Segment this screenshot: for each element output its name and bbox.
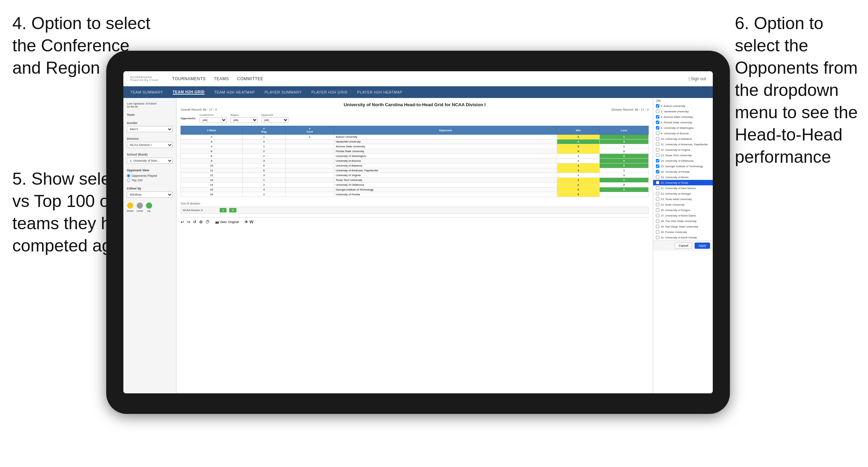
gender-select[interactable]: Men's <box>127 126 173 132</box>
conference-filter-select[interactable]: (All) <box>199 117 227 123</box>
dropdown-checkbox[interactable] <box>656 208 659 212</box>
dropdown-item[interactable]: 10. University of Alabama <box>653 136 713 142</box>
dropdown-item[interactable]: 3. Vanderbilt University <box>653 109 713 114</box>
dropdown-checkbox[interactable] <box>656 192 659 195</box>
tab-team-h2h-heatmap[interactable]: TEAM H2H HEATMAP <box>214 90 255 94</box>
dropdown-item[interactable]: 21. University of New Mexico <box>653 185 713 191</box>
dropdown-item[interactable]: 6. Florida State University <box>653 120 713 125</box>
conference-filter-label: Conference <box>199 113 227 116</box>
toolbar-redo[interactable]: ↪ <box>187 220 190 224</box>
toolbar-eye[interactable]: 👁 W <box>244 220 254 224</box>
dropdown-item[interactable]: 8. University of Washington <box>653 125 713 131</box>
opponent-name-cell: Arizona State University <box>334 144 557 149</box>
toolbar-settings[interactable]: ⚙ <box>199 220 203 224</box>
opponent-name-cell: University of Oklahoma <box>334 183 557 187</box>
dropdown-item[interactable]: 29. San Diego State University <box>653 224 713 229</box>
table-row: 2 1 1 Auburn University 2 1 <box>181 135 649 139</box>
conference-filter: Conference (All) <box>199 113 227 123</box>
dropdown-checkbox[interactable] <box>656 159 659 162</box>
dropdown-item[interactable]: 28. The Ohio State University <box>653 218 713 224</box>
radio-opponents-played[interactable]: Opponents Played <box>127 174 173 177</box>
toolbar-clock[interactable]: ⏱ <box>206 220 210 224</box>
opponent-view-section: Opponent View Opponents Played Top 100 <box>127 169 173 182</box>
dropdown-checkbox[interactable] <box>656 181 659 184</box>
grid-header: University of North Carolina Head-to-Hea… <box>181 102 649 111</box>
dropdown-checkbox[interactable] <box>656 236 659 239</box>
out-of-division-title: Out of division <box>181 202 649 205</box>
dropdown-item[interactable]: 15. Georgia Institute of Technology <box>653 163 713 169</box>
dropdown-checkbox[interactable] <box>656 148 659 151</box>
dropdown-checkbox[interactable] <box>656 170 659 173</box>
dropdown-checkbox[interactable] <box>656 104 659 108</box>
tab-player-h2h-heatmap[interactable]: PLAYER H2H HEATMAP <box>357 90 402 94</box>
dropdown-item[interactable]: 18. University of Illinois <box>653 174 713 180</box>
dropdown-checkbox[interactable] <box>656 153 659 157</box>
opponent-dropdown-panel[interactable]: (All)2. Auburn University3. Vanderbilt U… <box>653 98 713 393</box>
dropdown-item[interactable]: 14. University of Oklahoma <box>653 158 713 163</box>
top-100-label: Top 100 <box>132 179 143 182</box>
nav-teams[interactable]: TEAMS <box>214 76 229 81</box>
col-conf: #Conf <box>285 126 334 135</box>
dropdown-item[interactable]: 25. University of Oregon <box>653 207 713 213</box>
apply-button[interactable]: Apply <box>695 243 710 249</box>
dropdown-checkbox[interactable] <box>656 132 659 135</box>
dropdown-checkbox[interactable] <box>656 230 659 234</box>
tab-team-h2h-grid[interactable]: TEAM H2H GRID <box>173 90 205 95</box>
dropdown-item[interactable]: 2. Auburn University <box>653 103 713 109</box>
conf-cell <box>285 163 334 168</box>
dropdown-item[interactable]: 16. University of Florida <box>653 169 713 174</box>
loss-cell: 2 <box>599 149 648 154</box>
radio-top-100[interactable]: Top 100 <box>127 179 173 182</box>
dropdown-item-label: 29. San Diego State University <box>661 225 698 228</box>
conf-cell: 1 <box>285 135 334 139</box>
dropdown-item[interactable]: 31. University of North Florida <box>653 235 713 240</box>
dropdown-checkbox[interactable] <box>656 137 659 140</box>
dropdown-item[interactable]: (All) <box>653 98 713 103</box>
dropdown-checkbox[interactable] <box>656 219 659 223</box>
opponent-name-cell: University of Virginia <box>334 173 557 178</box>
toolbar-refresh[interactable]: ↺ <box>193 220 196 224</box>
dropdown-item[interactable]: 30. Purdue University <box>653 229 713 235</box>
dropdown-item[interactable]: 9. University of Arizona <box>653 131 713 136</box>
dropdown-item[interactable]: 27. University of Notre Dame <box>653 213 713 218</box>
dropdown-checkbox[interactable] <box>656 115 659 119</box>
colour-by-select[interactable]: Win/loss <box>127 192 173 198</box>
division-select[interactable]: NCAA Division I <box>127 142 173 148</box>
region-filter-select[interactable]: (All) <box>230 117 258 123</box>
school-select[interactable]: 1. University of Nort... <box>127 158 173 164</box>
dropdown-item[interactable]: 4. Arizona State University <box>653 114 713 120</box>
dropdown-checkbox[interactable] <box>656 186 659 190</box>
dropdown-checkbox[interactable] <box>656 175 659 179</box>
dropdown-checkbox[interactable] <box>656 110 659 113</box>
dropdown-item-label: 6. Florida State University <box>661 121 692 124</box>
dropdown-item[interactable]: 22. University of Georgia <box>653 191 713 196</box>
dropdown-item[interactable]: 24. Duke University <box>653 202 713 207</box>
dropdown-item[interactable]: 11. University of Arkansas, Fayetteville <box>653 142 713 147</box>
dropdown-checkbox[interactable] <box>656 203 659 206</box>
dropdown-checkbox[interactable] <box>656 126 659 130</box>
dropdown-checkbox[interactable] <box>656 214 659 217</box>
dropdown-checkbox[interactable] <box>656 164 659 168</box>
loss-cell <box>599 192 648 197</box>
dropdown-item[interactable]: 13. Texas Tech University <box>653 152 713 158</box>
dropdown-item-label: 21. University of New Mexico <box>661 187 696 190</box>
dropdown-checkbox[interactable] <box>656 121 659 124</box>
opponent-filter-select[interactable]: (All) <box>261 117 289 123</box>
dropdown-checkbox[interactable] <box>656 197 659 201</box>
cancel-button[interactable]: Cancel <box>675 243 692 249</box>
nav-sign-out[interactable]: | Sign out <box>689 76 706 81</box>
sub-nav: TEAM SUMMARY TEAM H2H GRID TEAM H2H HEAT… <box>123 86 713 98</box>
nav-committee[interactable]: COMMITTEE <box>237 76 264 81</box>
nav-tournaments[interactable]: TOURNAMENTS <box>172 76 206 81</box>
tab-player-h2h-grid[interactable]: PLAYER H2H GRID <box>311 90 348 94</box>
dropdown-item[interactable]: 23. Texas A&M University <box>653 196 713 202</box>
dropdown-item[interactable]: 12. University of Virginia <box>653 147 713 152</box>
dropdown-item[interactable]: 20. University of Texas <box>653 180 713 185</box>
opponents-filter-label: Opponents: <box>181 117 196 120</box>
table-row: 10 5 University of Alabama 3 0 <box>181 163 649 168</box>
dropdown-checkbox[interactable] <box>656 225 659 228</box>
toolbar-undo[interactable]: ↩ <box>181 220 184 224</box>
tab-team-summary[interactable]: TEAM SUMMARY <box>130 90 163 94</box>
dropdown-checkbox[interactable] <box>656 143 659 146</box>
tab-player-summary[interactable]: PLAYER SUMMARY <box>265 90 302 94</box>
